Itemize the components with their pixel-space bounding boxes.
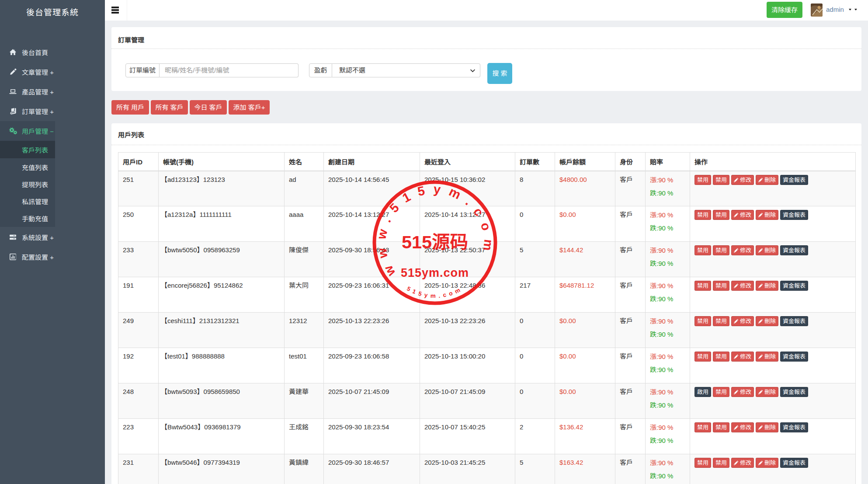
svg-text:www.515ym.com: www.515ym.com <box>374 182 496 279</box>
svg-text:515源码: 515源码 <box>402 232 468 252</box>
svg-text:515ym.com: 515ym.com <box>401 266 469 279</box>
svg-text:515ym.com: 515ym.com <box>406 285 464 299</box>
